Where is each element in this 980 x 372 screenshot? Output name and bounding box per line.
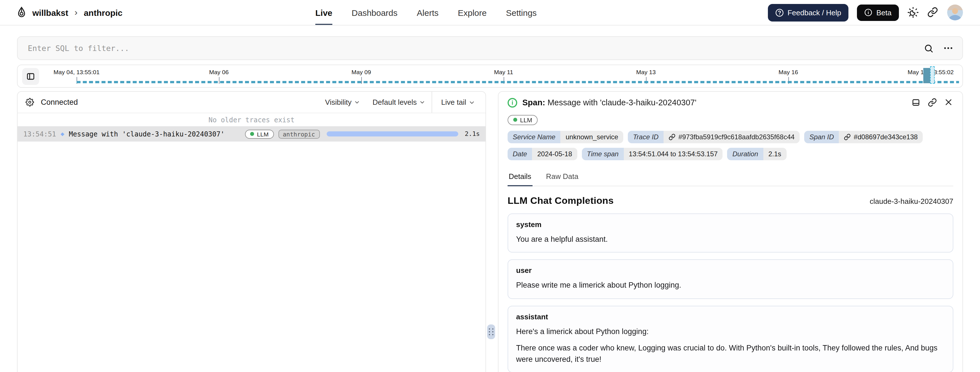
- close-icon[interactable]: [944, 98, 953, 107]
- panel-left-icon: [26, 71, 35, 81]
- section-title: LLM Chat Completions: [508, 195, 614, 206]
- trace-list-controls: Visibility Default levels Live tail: [319, 92, 485, 113]
- sql-filter-input[interactable]: [27, 43, 924, 53]
- content-panels: Connected Visibility Default levels: [17, 91, 963, 372]
- link-icon: [844, 133, 851, 140]
- settings-gear-icon[interactable]: [25, 98, 34, 106]
- scope-badge: anthropic: [278, 129, 320, 138]
- panel-bottom-icon[interactable]: [912, 98, 920, 107]
- sql-filter-bar: [17, 36, 963, 60]
- green-dot-icon: [250, 132, 254, 136]
- panel-resize-handle[interactable]: [487, 325, 495, 339]
- traces-panel-header: Connected Visibility Default levels: [18, 92, 485, 113]
- time-span-pill: Time span 13:54:51.044 to 13:54:53.157: [582, 147, 723, 160]
- live-tail-dropdown[interactable]: Live tail: [431, 92, 485, 113]
- message-content: You are a helpful assistant.: [516, 234, 945, 245]
- span-meta-row-1: Service Name unknown_service Trace ID #9…: [508, 130, 953, 143]
- timeline-chart[interactable]: May 04, 13:55:01 May 06 May 09 May 11 Ma…: [18, 65, 963, 87]
- timeline-histogram: May 04, 13:55:01 May 06 May 09 May 11 Ma…: [17, 65, 963, 88]
- tab-explore[interactable]: Explore: [458, 0, 487, 25]
- tab-alerts[interactable]: Alerts: [417, 0, 439, 25]
- tab-settings[interactable]: Settings: [506, 0, 536, 25]
- chevron-down-icon: [419, 99, 425, 105]
- info-circle-icon: [865, 8, 873, 16]
- span-detail-tabs: Details Raw Data: [508, 168, 953, 186]
- message-card-assistant: assistant Here's a limerick about Python…: [508, 306, 953, 372]
- llm-tag-badge: LLM: [245, 129, 274, 138]
- timeline-tick-label: May 16: [779, 68, 798, 75]
- message-card-system: system You are a helpful assistant.: [508, 213, 953, 253]
- visibility-dropdown[interactable]: Visibility: [319, 92, 366, 113]
- timeline-tick-label: May 11: [494, 68, 513, 75]
- breadcrumb-org[interactable]: willbakst: [32, 8, 68, 17]
- trace-duration-bar: [326, 131, 458, 136]
- timeline-tick-label: May 06: [209, 68, 229, 75]
- link-icon: [669, 133, 675, 140]
- timeline-tick-label: May 13: [636, 68, 656, 75]
- model-name: claude-3-haiku-20240307: [870, 197, 953, 205]
- user-avatar[interactable]: [947, 5, 963, 21]
- top-nav: willbakst › anthropic Live Dashboards Al…: [0, 0, 980, 25]
- filter-actions: [924, 43, 953, 53]
- message-content: Please write me a limerick about Python …: [516, 280, 945, 291]
- default-levels-dropdown[interactable]: Default levels: [366, 92, 431, 113]
- more-options-icon[interactable]: [943, 43, 953, 53]
- duration-pill: Duration 2.1s: [727, 147, 786, 160]
- nav-actions: Feedback / Help Beta: [768, 4, 963, 21]
- message-content: Here's a limerick about Python logging: …: [516, 326, 945, 365]
- feedback-help-button[interactable]: Feedback / Help: [768, 4, 848, 21]
- breadcrumb-separator-icon: ›: [75, 7, 78, 17]
- span-header: i Span: Message with 'claude-3-haiku-202…: [508, 92, 953, 113]
- breadcrumb: willbakst › anthropic: [16, 6, 123, 19]
- search-icon[interactable]: [924, 43, 934, 53]
- span-diamond-icon: ◆: [61, 130, 64, 138]
- date-pill: Date 2024-05-18: [508, 147, 578, 160]
- tab-raw-data[interactable]: Raw Data: [545, 168, 580, 186]
- span-detail-panel: i Span: Message with 'claude-3-haiku-202…: [498, 91, 963, 372]
- message-role: assistant: [516, 312, 945, 321]
- green-dot-icon: [513, 118, 517, 122]
- traces-panel: Connected Visibility Default levels: [17, 91, 486, 372]
- timeline-histogram-bar: [923, 68, 930, 83]
- trace-row[interactable]: 13:54:51 ◆ Message with 'claude-3-haiku-…: [18, 126, 485, 142]
- message-role: system: [516, 220, 945, 228]
- message-role: user: [516, 266, 945, 275]
- span-title: Span: Message with 'claude-3-haiku-20240…: [522, 98, 697, 107]
- trace-id-pill[interactable]: Trace ID #973fba5919cf9c618aafdb2635f68c…: [628, 130, 800, 143]
- service-name-pill: Service Name unknown_service: [508, 130, 623, 143]
- breadcrumb-project[interactable]: anthropic: [84, 8, 123, 17]
- llm-section-header: LLM Chat Completions claude-3-haiku-2024…: [508, 195, 953, 206]
- trace-duration: 2.1s: [465, 130, 480, 138]
- share-link-icon[interactable]: [927, 7, 939, 18]
- tab-details[interactable]: Details: [508, 168, 533, 186]
- tab-dashboards[interactable]: Dashboards: [352, 0, 398, 25]
- trace-timestamp: 13:54:51: [23, 130, 56, 138]
- timeline-baseline: [76, 81, 959, 83]
- span-id-pill[interactable]: Span ID #d08697de343ce138: [804, 130, 923, 143]
- beta-button[interactable]: Beta: [857, 4, 899, 21]
- span-meta-row-2: Date 2024-05-18 Time span 13:54:51.044 t…: [508, 147, 953, 160]
- chevron-down-icon: [354, 99, 360, 105]
- llm-tag-badge: LLM: [508, 115, 538, 125]
- app: willbakst › anthropic Live Dashboards Al…: [0, 0, 980, 372]
- nav-tabs: Live Dashboards Alerts Explore Settings: [315, 0, 537, 25]
- no-older-traces-message: No older traces exist: [18, 113, 485, 126]
- theme-toggle-icon[interactable]: [907, 7, 919, 18]
- app-logo-icon[interactable]: [16, 6, 27, 19]
- chevron-down-icon: [468, 99, 475, 106]
- message-card-user: user Please write me a limerick about Py…: [508, 259, 953, 299]
- trace-title: Message with 'claude-3-haiku-20240307': [69, 130, 224, 138]
- timeline-selection-region[interactable]: [930, 66, 935, 84]
- copy-link-icon[interactable]: [928, 98, 937, 107]
- tab-live[interactable]: Live: [315, 0, 332, 25]
- timeline-tick-label: May 09: [352, 68, 371, 75]
- timeline-tick-label: May 04, 13:55:01: [54, 68, 100, 75]
- help-circle-icon: [775, 8, 783, 17]
- connection-status: Connected: [41, 98, 78, 106]
- span-tag-row: LLM: [508, 114, 953, 125]
- sidebar-toggle-button[interactable]: [22, 68, 39, 85]
- span-header-actions: [912, 98, 953, 107]
- span-info-icon: i: [508, 98, 517, 107]
